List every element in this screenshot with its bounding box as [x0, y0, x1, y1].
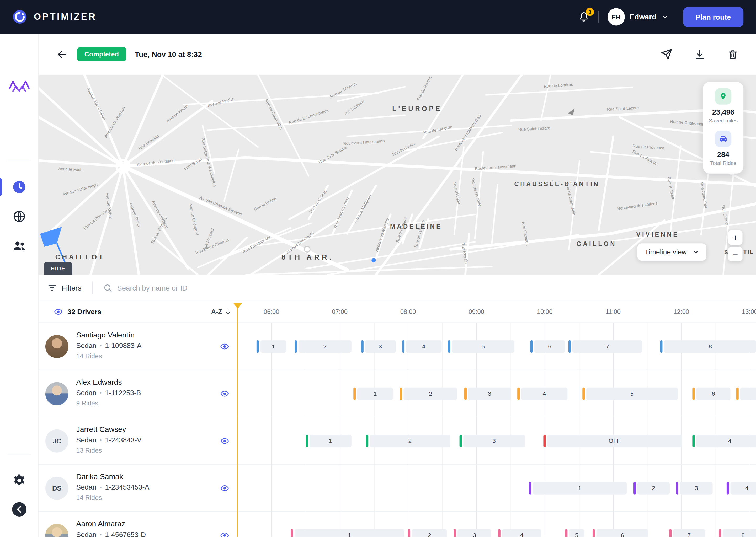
ride-segment-label: 2	[370, 435, 450, 447]
ride-segment[interactable]	[736, 388, 756, 400]
ride-segment[interactable]: 4	[517, 388, 567, 400]
driver-rows-list: Santiago ValentínSedan•1-109883-A14 Ride…	[39, 323, 756, 537]
ride-segment[interactable]: 4	[498, 529, 541, 537]
driver-timeline: 12345678	[39, 323, 756, 369]
ride-segment[interactable]: 2	[400, 388, 457, 400]
ride-segment[interactable]: 1	[529, 482, 627, 495]
ride-segment[interactable]: 4	[726, 482, 756, 495]
ride-segment[interactable]: 1	[291, 529, 405, 537]
hour-label: 11:00	[606, 308, 621, 315]
hour-label: 10:00	[537, 308, 553, 315]
ride-segment[interactable]: 3	[464, 388, 511, 400]
ride-segment-marker	[306, 435, 308, 447]
ride-segment[interactable]: 2	[634, 482, 670, 495]
ride-segment[interactable]: 2	[366, 435, 450, 447]
ride-segment-marker	[256, 340, 259, 353]
ride-segment[interactable]: 4	[692, 435, 756, 447]
send-button[interactable]	[660, 48, 673, 60]
user-menu[interactable]: EH Edward	[607, 8, 668, 25]
ride-segment[interactable]: 2	[295, 340, 351, 353]
ride-segment[interactable]: 3	[676, 482, 713, 495]
ride-segment-label: 2	[637, 482, 670, 495]
ride-segment-marker	[669, 529, 672, 537]
ride-segment-label: 1	[533, 482, 627, 495]
ride-segment-label: 4	[521, 388, 567, 400]
ride-segment[interactable]: 3	[459, 435, 525, 447]
sidebar-item-collapse[interactable]	[8, 500, 30, 518]
ride-segment[interactable]: OFF	[543, 435, 682, 447]
ride-segment-label: 1	[357, 388, 393, 400]
driver-row[interactable]: Aaron AlmarazSedan•1-4567653-D12345678	[39, 512, 756, 537]
app: OPTIMIZER 3 EH Edward Plan route	[0, 0, 756, 537]
sidebar-item-routes[interactable]	[8, 207, 30, 226]
ride-segment-marker	[464, 388, 466, 400]
ride-segment-marker	[726, 482, 729, 495]
ride-segment[interactable]: 4	[402, 340, 441, 353]
ride-segment-label: 5	[451, 340, 515, 353]
plan-route-button[interactable]: Plan route	[683, 7, 743, 27]
route-header: Completed Tue, Nov 10 at 8:32	[39, 34, 756, 75]
sidebar-item-settings[interactable]	[8, 472, 30, 490]
filters-button[interactable]: Filters	[47, 283, 81, 293]
ride-segment-label: 3	[468, 388, 511, 400]
delete-button[interactable]	[727, 49, 739, 60]
driver-row[interactable]: DSDarika SamakSedan•1-23453453-A14 Rides…	[39, 465, 756, 512]
zoom-out-button[interactable]: −	[728, 247, 742, 261]
ride-segment-label: 5	[586, 388, 678, 400]
sidebar-item-timeline[interactable]	[8, 178, 30, 196]
ride-segment-label: 8	[723, 529, 756, 537]
ride-segment[interactable]: 3	[361, 340, 396, 353]
ride-segment[interactable]: 6	[593, 529, 649, 537]
ride-segment[interactable]: 1	[306, 435, 351, 447]
ride-segment-marker	[402, 340, 404, 353]
ride-segment-label: 5	[569, 529, 584, 537]
ride-segment-marker	[530, 340, 533, 353]
ride-segment[interactable]: 8	[719, 529, 756, 537]
gear-icon	[12, 473, 26, 488]
notifications-badge: 3	[586, 8, 594, 16]
driver-row[interactable]: Santiago ValentínSedan•1-109883-A14 Ride…	[39, 323, 756, 370]
ride-segment-marker	[454, 529, 456, 537]
ride-segment[interactable]: 3	[454, 529, 491, 537]
ride-segment[interactable]: 6	[692, 388, 731, 400]
hour-label: 12:00	[674, 308, 690, 315]
topbar-right: 3 EH Edward Plan route	[578, 7, 743, 27]
search-input[interactable]	[117, 284, 358, 292]
route-actions	[660, 48, 739, 60]
ride-segment[interactable]: 2	[408, 529, 447, 537]
search-icon	[103, 283, 112, 292]
notifications-button[interactable]: 3	[578, 11, 589, 22]
search-box	[103, 283, 747, 292]
sidebar-divider	[8, 160, 31, 160]
view-mode-dropdown[interactable]: Timeline view	[637, 243, 706, 261]
zoom-in-button[interactable]: +	[728, 230, 742, 245]
back-button[interactable]	[56, 48, 68, 61]
filter-divider	[92, 281, 93, 294]
ride-segment[interactable]: 7	[669, 529, 705, 537]
download-button[interactable]	[694, 48, 706, 60]
driver-row[interactable]: Alex EdwardsSedan•1-112253-B9 Rides12345…	[39, 370, 756, 417]
timeline-start-marker	[233, 303, 242, 309]
arrow-down-icon	[225, 309, 231, 315]
timeline-header: 32 Drivers A-Z 06:0007:0008:0009:0010:00…	[39, 301, 756, 323]
ride-segment[interactable]: 6	[530, 340, 565, 353]
brand: OPTIMIZER	[13, 10, 97, 24]
ride-segment[interactable]: 8	[660, 340, 756, 353]
total-rides-value: 284	[717, 150, 729, 159]
ride-segment[interactable]: 5	[448, 340, 515, 353]
user-name: Edward	[630, 13, 656, 21]
ride-segment[interactable]: 5	[565, 529, 584, 537]
ride-segment[interactable]: 1	[353, 388, 393, 400]
map-canvas[interactable]: L'EUROPECHAUSSÉE-D'ANTINMADELEINE8TH ARR…	[39, 75, 756, 275]
saved-miles-icon	[715, 88, 731, 104]
ride-segment[interactable]: 1	[256, 340, 286, 353]
ride-segment[interactable]: 5	[582, 388, 678, 400]
ride-segment[interactable]: 7	[569, 340, 643, 353]
view-mode-label: Timeline view	[645, 248, 687, 256]
hide-map-button[interactable]: HIDE	[44, 262, 72, 275]
filters-label: Filters	[62, 284, 81, 292]
ride-segment-marker	[565, 529, 567, 537]
driver-row[interactable]: JCJarrett CawseySedan•1-243843-V13 Rides…	[39, 417, 756, 465]
sidebar-item-drivers[interactable]	[8, 236, 30, 255]
sort-control[interactable]: A-Z	[211, 308, 231, 315]
